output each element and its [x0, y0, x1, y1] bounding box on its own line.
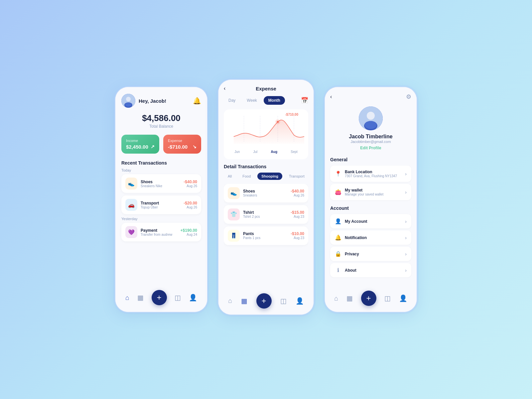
user-nav-icon[interactable]: 👤	[189, 294, 197, 302]
chevron-right-icon: ›	[405, 251, 407, 257]
user-nav-icon[interactable]: 👤	[296, 297, 304, 305]
info-icon: ℹ	[335, 267, 341, 273]
jun-label: Jun	[234, 150, 240, 154]
shoes-amount: -$40.00 Aug 26	[184, 180, 197, 188]
avatar-row: Hey, Jacob!	[121, 94, 166, 108]
bank-location-item[interactable]: 📍 Bank Location 7307 Grand, Ava, Flushin…	[330, 166, 411, 182]
phones-container: Hey, Jacob! 🔔 $4,586.00 Total Balance In…	[115, 84, 417, 315]
center-txn-shoes[interactable]: 👟 Shoes Sneakers -$40.00 Aug 26	[224, 184, 308, 202]
center-txn-pants[interactable]: 👖 Pants Pants 1 pcs -$10.00 Aug 23	[224, 226, 308, 245]
filter-tabs: All Food Shooping Transport	[224, 173, 308, 180]
day-tab[interactable]: Day	[224, 96, 240, 105]
food-filter-tab[interactable]: Food	[238, 173, 255, 180]
expense-label: Expense	[168, 139, 197, 143]
wallet-nav-icon[interactable]: ◫	[384, 294, 391, 302]
profile-section: Jacob Timberline Jacobtimber@gmail.com E…	[330, 106, 411, 150]
settings-icon[interactable]: ⚙	[406, 93, 411, 100]
expense-chart: -$710.00	[224, 109, 308, 159]
balance-section: $4,586.00 Total Balance	[121, 113, 201, 129]
chevron-right-icon: ›	[405, 190, 407, 195]
wallet-nav-icon[interactable]: ◫	[175, 294, 181, 302]
svg-point-1	[126, 97, 131, 101]
balance-amount: $4,586.00	[121, 113, 201, 123]
add-button[interactable]: +	[152, 290, 167, 305]
svg-point-13	[365, 121, 377, 129]
my-wallet-item[interactable]: 👛 My wallet Manage your saved wallet ›	[330, 184, 411, 200]
general-title: General	[330, 157, 411, 162]
right-bottom-nav: ⌂ ▦ + ◫ 👤	[330, 287, 411, 306]
notification-icon: 🔔	[335, 234, 341, 241]
chart-nav-icon[interactable]: ▦	[346, 294, 353, 302]
today-label: Today	[121, 168, 201, 172]
profile-avatar	[359, 106, 383, 130]
shoes-icon: 👟	[125, 178, 137, 190]
user-icon: 👤	[335, 218, 341, 224]
recent-title: Recent Transactions	[121, 160, 201, 166]
transport-filter-tab[interactable]: Transport	[285, 173, 309, 180]
week-tab[interactable]: Week	[242, 96, 261, 105]
txn-payment[interactable]: 💜 Payment Transfer from audrew +$190.00 …	[121, 223, 201, 241]
month-tab[interactable]: Month	[264, 96, 285, 105]
privacy-info: Privacy	[345, 252, 402, 256]
privacy-item[interactable]: 🔒 Privacy ›	[330, 247, 411, 261]
aug-label: Aug	[271, 150, 277, 154]
center-header: ‹ Expense	[224, 86, 308, 91]
transport-info: Transport Topup Uber	[141, 201, 180, 209]
location-icon: 📍	[335, 171, 341, 177]
back-button[interactable]: ‹	[224, 85, 225, 91]
txn-shoes[interactable]: 👟 Shoes Sneakers Nike -$40.00 Aug 26	[121, 174, 201, 193]
profile-email: Jacobtimber@gmail.com	[350, 140, 391, 144]
chart-x-labels: Jun Jul Aug Sept	[228, 150, 304, 154]
home-nav-icon[interactable]: ⌂	[334, 295, 338, 302]
calendar-icon[interactable]: 📅	[301, 97, 308, 104]
greeting-text: Hey, Jacob!	[139, 98, 166, 104]
transactions-list: 👟 Shoes Sneakers -$40.00 Aug 26 👕 Tshirt…	[224, 184, 308, 290]
notification-icon[interactable]: 🔔	[193, 97, 201, 105]
shopping-filter-tab[interactable]: Shooping	[257, 173, 282, 180]
center-bottom-nav: ⌂ ▦ + ◫ 👤	[224, 290, 308, 309]
svg-point-11	[367, 112, 375, 120]
wallet-nav-icon[interactable]: ◫	[280, 297, 287, 305]
expense-arrow-icon: ↘	[193, 144, 197, 149]
income-amount: $2,450.00 ↗	[126, 144, 155, 150]
left-phone: Hey, Jacob! 🔔 $4,586.00 Total Balance In…	[115, 86, 208, 313]
svg-point-3	[125, 103, 132, 107]
shoes-info: Shoes Sneakers Nike	[141, 180, 180, 188]
period-tabs: Day Week Month 📅	[224, 96, 308, 105]
about-item[interactable]: ℹ About ›	[330, 263, 411, 277]
transport-icon: 🚗	[125, 199, 137, 211]
wallet-info: My wallet Manage your saved wallet	[345, 188, 402, 196]
account-title: Account	[330, 205, 411, 211]
edit-profile-button[interactable]: Edit Profile	[360, 146, 381, 150]
bank-location-info: Bank Location 7307 Grand, Ava, Flushing …	[345, 170, 402, 178]
jul-label: Jul	[253, 150, 258, 154]
yesterday-label: Yesterday	[121, 217, 201, 221]
account-info: My Account	[345, 219, 402, 224]
income-expense-row: Income $2,450.00 ↗ Expense -$710.00 ↘	[121, 135, 201, 154]
chart-svg	[228, 114, 304, 147]
add-button[interactable]: +	[256, 293, 272, 309]
chevron-right-icon: ›	[405, 171, 407, 177]
chart-nav-icon[interactable]: ▦	[137, 294, 144, 302]
txn-transport[interactable]: 🚗 Transport Topup Uber -$20.00 Aug 26	[121, 196, 201, 214]
home-nav-icon[interactable]: ⌂	[228, 297, 232, 305]
chart-peak-label: -$710.00	[285, 113, 298, 116]
tshirt-icon: 👕	[228, 208, 240, 220]
payment-amount: +$190.00 Aug 24	[181, 228, 197, 236]
chart-nav-icon[interactable]: ▦	[241, 297, 247, 305]
payment-info: Payment Transfer from audrew	[141, 228, 177, 236]
back-button[interactable]: ‹	[330, 94, 332, 100]
my-account-item[interactable]: 👤 My Account ›	[330, 214, 411, 228]
sept-label: Sept	[291, 150, 298, 154]
notification-item[interactable]: 🔔 Notification ›	[330, 230, 411, 245]
all-filter-tab[interactable]: All	[224, 173, 236, 180]
center-txn-tshirt[interactable]: 👕 Tshirt Tshirt 2 pcs -$15.00 Aug 23	[224, 205, 308, 224]
user-nav-icon[interactable]: 👤	[399, 294, 407, 302]
pants-icon: 👖	[228, 230, 240, 242]
add-button[interactable]: +	[361, 291, 376, 306]
home-nav-icon[interactable]: ⌂	[125, 294, 129, 302]
shoes-icon: 👟	[228, 187, 240, 199]
expense-title: Expense	[256, 86, 276, 91]
detail-title: Detail Transactions	[224, 164, 308, 169]
avatar	[121, 94, 135, 108]
